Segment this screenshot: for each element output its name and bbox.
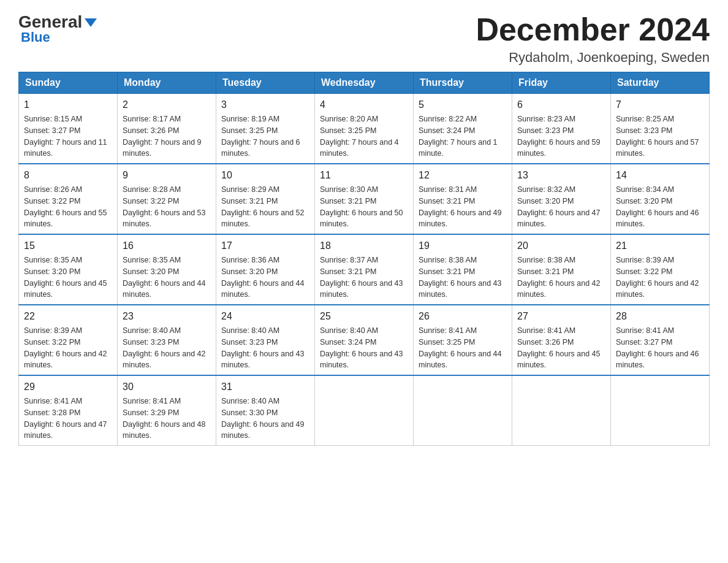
day-info: Sunrise: 8:37 AMSunset: 3:21 PMDaylight:…	[320, 255, 408, 301]
day-number: 24	[221, 309, 309, 324]
day-number: 3	[221, 98, 309, 112]
day-info: Sunrise: 8:36 AMSunset: 3:20 PMDaylight:…	[221, 255, 309, 301]
calendar-cell: 18Sunrise: 8:37 AMSunset: 3:21 PMDayligh…	[315, 234, 414, 305]
calendar-table: SundayMondayTuesdayWednesdayThursdayFrid…	[18, 72, 710, 446]
day-info: Sunrise: 8:38 AMSunset: 3:21 PMDaylight:…	[517, 255, 605, 301]
calendar-cell: 27Sunrise: 8:41 AMSunset: 3:26 PMDayligh…	[512, 305, 611, 375]
day-info: Sunrise: 8:34 AMSunset: 3:20 PMDaylight:…	[616, 184, 704, 230]
calendar-cell: 13Sunrise: 8:32 AMSunset: 3:20 PMDayligh…	[512, 164, 611, 234]
day-number: 8	[24, 168, 112, 183]
calendar-header-row: SundayMondayTuesdayWednesdayThursdayFrid…	[19, 72, 710, 94]
calendar-cell: 19Sunrise: 8:38 AMSunset: 3:21 PMDayligh…	[414, 234, 512, 305]
calendar-cell: 2Sunrise: 8:17 AMSunset: 3:26 PMDaylight…	[118, 94, 216, 164]
calendar-cell	[512, 375, 611, 446]
calendar-week-row: 15Sunrise: 8:35 AMSunset: 3:20 PMDayligh…	[19, 234, 710, 305]
calendar-header-sunday: Sunday	[19, 72, 118, 94]
day-number: 11	[320, 168, 408, 183]
day-info: Sunrise: 8:32 AMSunset: 3:20 PMDaylight:…	[517, 184, 605, 230]
calendar-cell: 11Sunrise: 8:30 AMSunset: 3:21 PMDayligh…	[315, 164, 414, 234]
calendar-week-row: 8Sunrise: 8:26 AMSunset: 3:22 PMDaylight…	[19, 164, 710, 234]
calendar-week-row: 22Sunrise: 8:39 AMSunset: 3:22 PMDayligh…	[19, 305, 710, 375]
calendar-cell: 3Sunrise: 8:19 AMSunset: 3:25 PMDaylight…	[216, 94, 315, 164]
calendar-cell: 22Sunrise: 8:39 AMSunset: 3:22 PMDayligh…	[19, 305, 118, 375]
day-number: 17	[221, 239, 309, 253]
calendar-cell: 6Sunrise: 8:23 AMSunset: 3:23 PMDaylight…	[512, 94, 611, 164]
calendar-cell: 8Sunrise: 8:26 AMSunset: 3:22 PMDaylight…	[19, 164, 118, 234]
day-info: Sunrise: 8:35 AMSunset: 3:20 PMDaylight:…	[24, 255, 112, 301]
calendar-cell: 12Sunrise: 8:31 AMSunset: 3:21 PMDayligh…	[414, 164, 512, 234]
calendar-cell: 10Sunrise: 8:29 AMSunset: 3:21 PMDayligh…	[216, 164, 315, 234]
calendar-week-row: 29Sunrise: 8:41 AMSunset: 3:28 PMDayligh…	[19, 375, 710, 446]
day-number: 20	[517, 239, 605, 253]
day-number: 22	[24, 309, 112, 324]
calendar-cell: 23Sunrise: 8:40 AMSunset: 3:23 PMDayligh…	[118, 305, 216, 375]
day-number: 10	[221, 168, 309, 183]
day-number: 12	[419, 168, 507, 183]
logo-blue-text: Blue	[21, 29, 50, 45]
calendar-cell: 16Sunrise: 8:35 AMSunset: 3:20 PMDayligh…	[118, 234, 216, 305]
calendar-header-saturday: Saturday	[611, 72, 710, 94]
logo-triangle-icon	[85, 18, 97, 27]
calendar-cell: 24Sunrise: 8:40 AMSunset: 3:23 PMDayligh…	[216, 305, 315, 375]
day-number: 31	[221, 380, 309, 394]
day-number: 29	[24, 380, 112, 394]
day-number: 21	[616, 239, 704, 253]
calendar-cell	[414, 375, 512, 446]
day-info: Sunrise: 8:41 AMSunset: 3:28 PMDaylight:…	[24, 396, 112, 442]
day-info: Sunrise: 8:22 AMSunset: 3:24 PMDaylight:…	[419, 113, 507, 159]
calendar-cell: 31Sunrise: 8:40 AMSunset: 3:30 PMDayligh…	[216, 375, 315, 446]
calendar-header-thursday: Thursday	[414, 72, 512, 94]
day-info: Sunrise: 8:39 AMSunset: 3:22 PMDaylight:…	[616, 255, 704, 301]
day-number: 4	[320, 98, 408, 112]
calendar-cell: 4Sunrise: 8:20 AMSunset: 3:25 PMDaylight…	[315, 94, 414, 164]
day-number: 25	[320, 309, 408, 324]
day-info: Sunrise: 8:35 AMSunset: 3:20 PMDaylight:…	[123, 255, 211, 301]
day-number: 26	[419, 309, 507, 324]
day-info: Sunrise: 8:25 AMSunset: 3:23 PMDaylight:…	[616, 113, 704, 159]
day-info: Sunrise: 8:19 AMSunset: 3:25 PMDaylight:…	[221, 113, 309, 159]
day-number: 14	[616, 168, 704, 183]
day-number: 18	[320, 239, 408, 253]
day-info: Sunrise: 8:41 AMSunset: 3:27 PMDaylight:…	[616, 325, 704, 371]
day-number: 19	[419, 239, 507, 253]
day-number: 9	[123, 168, 211, 183]
calendar-week-row: 1Sunrise: 8:15 AMSunset: 3:27 PMDaylight…	[19, 94, 710, 164]
day-info: Sunrise: 8:30 AMSunset: 3:21 PMDaylight:…	[320, 184, 408, 230]
calendar-cell: 25Sunrise: 8:40 AMSunset: 3:24 PMDayligh…	[315, 305, 414, 375]
main-title: December 2024	[476, 12, 710, 47]
day-number: 15	[24, 239, 112, 253]
calendar-header-friday: Friday	[512, 72, 611, 94]
day-info: Sunrise: 8:38 AMSunset: 3:21 PMDaylight:…	[419, 255, 507, 301]
day-info: Sunrise: 8:20 AMSunset: 3:25 PMDaylight:…	[320, 113, 408, 159]
day-info: Sunrise: 8:17 AMSunset: 3:26 PMDaylight:…	[123, 113, 211, 159]
day-info: Sunrise: 8:41 AMSunset: 3:25 PMDaylight:…	[419, 325, 507, 371]
day-info: Sunrise: 8:29 AMSunset: 3:21 PMDaylight:…	[221, 184, 309, 230]
day-number: 7	[616, 98, 704, 112]
day-info: Sunrise: 8:40 AMSunset: 3:30 PMDaylight:…	[221, 396, 309, 442]
day-info: Sunrise: 8:40 AMSunset: 3:23 PMDaylight:…	[221, 325, 309, 371]
calendar-cell: 15Sunrise: 8:35 AMSunset: 3:20 PMDayligh…	[19, 234, 118, 305]
day-number: 6	[517, 98, 605, 112]
day-number: 28	[616, 309, 704, 324]
day-number: 27	[517, 309, 605, 324]
day-info: Sunrise: 8:41 AMSunset: 3:26 PMDaylight:…	[517, 325, 605, 371]
day-info: Sunrise: 8:31 AMSunset: 3:21 PMDaylight:…	[419, 184, 507, 230]
calendar-header-tuesday: Tuesday	[216, 72, 315, 94]
day-info: Sunrise: 8:28 AMSunset: 3:22 PMDaylight:…	[123, 184, 211, 230]
day-number: 23	[123, 309, 211, 324]
calendar-cell: 28Sunrise: 8:41 AMSunset: 3:27 PMDayligh…	[611, 305, 710, 375]
calendar-cell: 17Sunrise: 8:36 AMSunset: 3:20 PMDayligh…	[216, 234, 315, 305]
day-info: Sunrise: 8:15 AMSunset: 3:27 PMDaylight:…	[24, 113, 112, 159]
day-info: Sunrise: 8:40 AMSunset: 3:23 PMDaylight:…	[123, 325, 211, 371]
calendar-cell: 29Sunrise: 8:41 AMSunset: 3:28 PMDayligh…	[19, 375, 118, 446]
day-number: 1	[24, 98, 112, 112]
calendar-cell: 14Sunrise: 8:34 AMSunset: 3:20 PMDayligh…	[611, 164, 710, 234]
calendar-cell: 7Sunrise: 8:25 AMSunset: 3:23 PMDaylight…	[611, 94, 710, 164]
day-number: 16	[123, 239, 211, 253]
calendar-header-monday: Monday	[118, 72, 216, 94]
calendar-cell: 26Sunrise: 8:41 AMSunset: 3:25 PMDayligh…	[414, 305, 512, 375]
day-info: Sunrise: 8:23 AMSunset: 3:23 PMDaylight:…	[517, 113, 605, 159]
location-subtitle: Rydaholm, Joenkoeping, Sweden	[476, 50, 710, 66]
calendar-cell: 1Sunrise: 8:15 AMSunset: 3:27 PMDaylight…	[19, 94, 118, 164]
day-number: 30	[123, 380, 211, 394]
